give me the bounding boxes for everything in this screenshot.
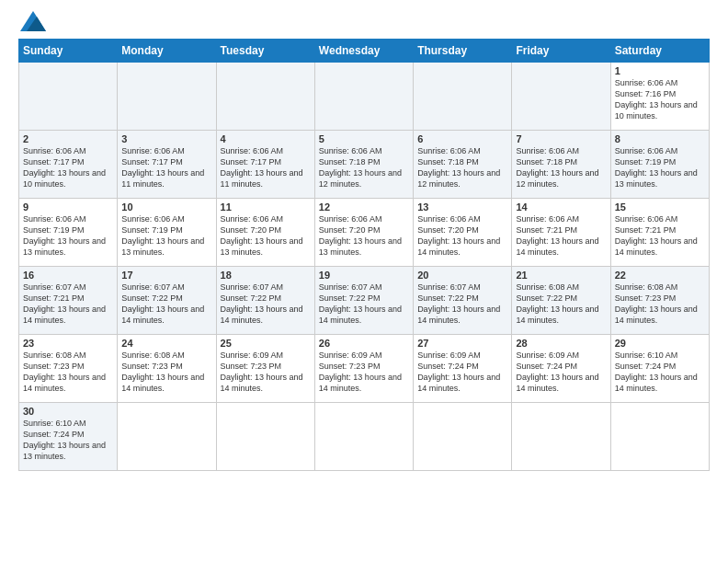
day-number: 19 — [319, 270, 409, 281]
day-number: 26 — [319, 338, 409, 349]
header-monday: Monday — [118, 40, 216, 63]
calendar-week-row: 2Sunrise: 6:06 AM Sunset: 7:17 PM Daylig… — [19, 131, 710, 199]
calendar-cell: 17Sunrise: 6:07 AM Sunset: 7:22 PM Dayli… — [118, 267, 216, 335]
day-info: Sunrise: 6:08 AM Sunset: 7:23 PM Dayligh… — [615, 282, 705, 327]
calendar-cell: 20Sunrise: 6:07 AM Sunset: 7:22 PM Dayli… — [414, 267, 512, 335]
day-number: 16 — [23, 270, 113, 281]
header-friday: Friday — [512, 40, 610, 63]
day-number: 13 — [417, 201, 507, 213]
calendar-cell — [610, 403, 709, 471]
day-info: Sunrise: 6:06 AM Sunset: 7:17 PM Dayligh… — [221, 145, 311, 190]
day-number: 2 — [23, 133, 113, 144]
calendar-cell: 19Sunrise: 6:07 AM Sunset: 7:22 PM Dayli… — [314, 267, 413, 335]
day-number: 20 — [417, 270, 507, 281]
day-info: Sunrise: 6:06 AM Sunset: 7:16 PM Dayligh… — [615, 77, 705, 122]
calendar-cell: 7Sunrise: 6:06 AM Sunset: 7:18 PM Daylig… — [512, 131, 610, 199]
day-number: 22 — [615, 270, 705, 281]
calendar-cell — [19, 63, 118, 131]
day-info: Sunrise: 6:07 AM Sunset: 7:22 PM Dayligh… — [221, 282, 311, 327]
day-info: Sunrise: 6:09 AM Sunset: 7:23 PM Dayligh… — [221, 350, 311, 395]
day-number: 9 — [23, 201, 113, 213]
header-saturday: Saturday — [610, 40, 709, 63]
calendar-cell: 15Sunrise: 6:06 AM Sunset: 7:21 PM Dayli… — [610, 199, 709, 267]
calendar-cell — [414, 403, 512, 471]
calendar-cell — [118, 63, 216, 131]
day-info: Sunrise: 6:09 AM Sunset: 7:23 PM Dayligh… — [319, 350, 409, 395]
day-number: 28 — [516, 338, 606, 349]
day-number: 30 — [23, 406, 113, 417]
day-number: 24 — [121, 338, 211, 349]
day-number: 5 — [319, 133, 409, 144]
calendar-cell: 16Sunrise: 6:07 AM Sunset: 7:21 PM Dayli… — [19, 267, 118, 335]
calendar-cell: 27Sunrise: 6:09 AM Sunset: 7:24 PM Dayli… — [414, 335, 512, 403]
header-sunday: Sunday — [19, 40, 118, 63]
calendar-cell — [314, 63, 413, 131]
day-number: 23 — [23, 338, 113, 349]
day-info: Sunrise: 6:08 AM Sunset: 7:23 PM Dayligh… — [121, 350, 211, 395]
header-tuesday: Tuesday — [216, 40, 314, 63]
calendar-cell: 29Sunrise: 6:10 AM Sunset: 7:24 PM Dayli… — [610, 335, 709, 403]
calendar-cell — [512, 403, 610, 471]
day-number: 25 — [221, 338, 311, 349]
day-info: Sunrise: 6:06 AM Sunset: 7:17 PM Dayligh… — [121, 145, 211, 190]
calendar-week-row: 16Sunrise: 6:07 AM Sunset: 7:21 PM Dayli… — [19, 267, 710, 335]
calendar-cell: 23Sunrise: 6:08 AM Sunset: 7:23 PM Dayli… — [19, 335, 118, 403]
calendar-cell: 30Sunrise: 6:10 AM Sunset: 7:24 PM Dayli… — [19, 403, 118, 471]
header-thursday: Thursday — [414, 40, 512, 63]
day-info: Sunrise: 6:06 AM Sunset: 7:19 PM Dayligh… — [23, 213, 113, 259]
calendar-cell: 2Sunrise: 6:06 AM Sunset: 7:17 PM Daylig… — [19, 131, 118, 199]
day-info: Sunrise: 6:06 AM Sunset: 7:18 PM Dayligh… — [319, 145, 409, 190]
day-info: Sunrise: 6:09 AM Sunset: 7:24 PM Dayligh… — [516, 350, 606, 395]
day-info: Sunrise: 6:06 AM Sunset: 7:19 PM Dayligh… — [615, 145, 705, 190]
calendar-cell: 10Sunrise: 6:06 AM Sunset: 7:19 PM Dayli… — [118, 199, 216, 267]
calendar-cell: 5Sunrise: 6:06 AM Sunset: 7:18 PM Daylig… — [314, 131, 413, 199]
calendar-cell — [512, 63, 610, 131]
day-info: Sunrise: 6:07 AM Sunset: 7:22 PM Dayligh… — [417, 282, 507, 327]
calendar-cell: 21Sunrise: 6:08 AM Sunset: 7:22 PM Dayli… — [512, 267, 610, 335]
day-number: 7 — [516, 133, 606, 144]
day-number: 18 — [221, 270, 311, 281]
day-info: Sunrise: 6:09 AM Sunset: 7:24 PM Dayligh… — [417, 350, 507, 395]
calendar-cell: 14Sunrise: 6:06 AM Sunset: 7:21 PM Dayli… — [512, 199, 610, 267]
calendar-table: SundayMondayTuesdayWednesdayThursdayFrid… — [18, 39, 710, 471]
calendar-cell — [314, 403, 413, 471]
calendar-week-row: 23Sunrise: 6:08 AM Sunset: 7:23 PM Dayli… — [19, 335, 710, 403]
day-info: Sunrise: 6:06 AM Sunset: 7:21 PM Dayligh… — [615, 213, 705, 259]
day-number: 21 — [516, 270, 606, 281]
calendar-header-row: SundayMondayTuesdayWednesdayThursdayFrid… — [19, 40, 710, 63]
calendar-cell: 4Sunrise: 6:06 AM Sunset: 7:17 PM Daylig… — [216, 131, 314, 199]
day-info: Sunrise: 6:10 AM Sunset: 7:24 PM Dayligh… — [615, 350, 705, 395]
calendar-week-row: 1Sunrise: 6:06 AM Sunset: 7:16 PM Daylig… — [19, 63, 710, 131]
day-info: Sunrise: 6:06 AM Sunset: 7:18 PM Dayligh… — [516, 145, 606, 190]
calendar-cell — [216, 403, 314, 471]
day-number: 6 — [417, 133, 507, 144]
day-info: Sunrise: 6:06 AM Sunset: 7:20 PM Dayligh… — [319, 213, 409, 259]
calendar-week-row: 9Sunrise: 6:06 AM Sunset: 7:19 PM Daylig… — [19, 199, 710, 267]
day-number: 12 — [319, 201, 409, 213]
calendar-cell: 28Sunrise: 6:09 AM Sunset: 7:24 PM Dayli… — [512, 335, 610, 403]
day-info: Sunrise: 6:06 AM Sunset: 7:18 PM Dayligh… — [417, 145, 507, 190]
day-info: Sunrise: 6:06 AM Sunset: 7:21 PM Dayligh… — [516, 213, 606, 259]
calendar-cell: 12Sunrise: 6:06 AM Sunset: 7:20 PM Dayli… — [314, 199, 413, 267]
day-info: Sunrise: 6:07 AM Sunset: 7:22 PM Dayligh… — [121, 282, 211, 327]
day-info: Sunrise: 6:08 AM Sunset: 7:22 PM Dayligh… — [516, 282, 606, 327]
day-number: 10 — [121, 201, 211, 213]
calendar-week-row: 30Sunrise: 6:10 AM Sunset: 7:24 PM Dayli… — [19, 403, 710, 471]
logo-icon — [20, 11, 46, 31]
calendar-cell: 18Sunrise: 6:07 AM Sunset: 7:22 PM Dayli… — [216, 267, 314, 335]
calendar-cell: 11Sunrise: 6:06 AM Sunset: 7:20 PM Dayli… — [216, 199, 314, 267]
page-header — [18, 15, 710, 31]
day-info: Sunrise: 6:06 AM Sunset: 7:20 PM Dayligh… — [417, 213, 507, 259]
day-info: Sunrise: 6:06 AM Sunset: 7:17 PM Dayligh… — [23, 145, 113, 190]
day-number: 3 — [121, 133, 211, 144]
day-number: 17 — [121, 270, 211, 281]
calendar-cell: 8Sunrise: 6:06 AM Sunset: 7:19 PM Daylig… — [610, 131, 709, 199]
day-number: 29 — [615, 338, 705, 349]
day-number: 15 — [615, 201, 705, 213]
day-number: 11 — [221, 201, 311, 213]
day-info: Sunrise: 6:06 AM Sunset: 7:19 PM Dayligh… — [121, 213, 211, 259]
day-number: 1 — [615, 65, 705, 76]
calendar-cell: 24Sunrise: 6:08 AM Sunset: 7:23 PM Dayli… — [118, 335, 216, 403]
calendar-cell: 22Sunrise: 6:08 AM Sunset: 7:23 PM Dayli… — [610, 267, 709, 335]
day-info: Sunrise: 6:07 AM Sunset: 7:22 PM Dayligh… — [319, 282, 409, 327]
